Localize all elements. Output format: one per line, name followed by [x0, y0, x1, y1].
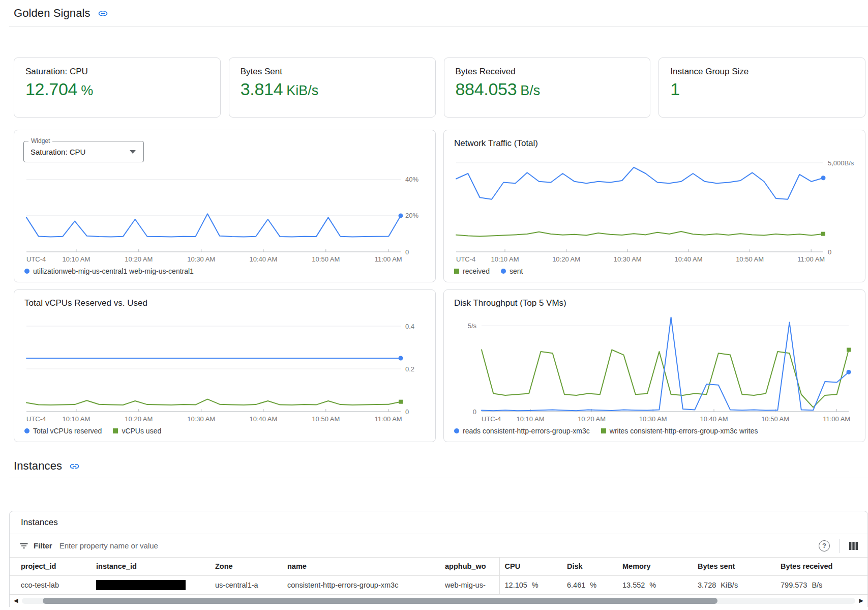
- disk-throughput-chart[interactable]: 5/s0UTC-410:10 AM10:20 AM10:30 AM10:40 A…: [452, 308, 857, 425]
- cell-bytes-sent: 3.728KiB/s: [693, 575, 775, 594]
- cell-zone: us-central1-a: [210, 575, 282, 594]
- hscroll-left-arrow[interactable]: ◀: [14, 598, 18, 603]
- legend-dot-marker: [454, 428, 459, 433]
- svg-text:10:40 AM: 10:40 AM: [675, 255, 703, 263]
- svg-text:10:40 AM: 10:40 AM: [249, 255, 277, 263]
- column-header-bytes-sent[interactable]: Bytes sent: [693, 558, 775, 575]
- legend-square-marker: [454, 269, 459, 274]
- svg-text:20%: 20%: [405, 212, 418, 219]
- charts-row-1: Widget Saturation: CPU 40%20%0UTC-410:10…: [14, 130, 865, 282]
- help-icon[interactable]: ?: [819, 540, 830, 551]
- legend-item[interactable]: utilizationweb-mig-us-central1 web-mig-u…: [24, 267, 194, 275]
- vcpus-chart[interactable]: 0.40.20UTC-410:10 AM10:20 AM10:30 AM10:4…: [22, 308, 427, 425]
- column-display-icon[interactable]: [849, 541, 858, 550]
- divider: [839, 539, 840, 553]
- instances-table: project_id instance_id Zone name apphub_…: [10, 558, 867, 595]
- table-row[interactable]: cco-test-lab us-central1-a consistent-ht…: [10, 575, 867, 594]
- svg-text:10:10 AM: 10:10 AM: [491, 255, 519, 263]
- column-header-memory[interactable]: Memory: [617, 558, 693, 575]
- svg-text:11:00 AM: 11:00 AM: [375, 255, 402, 263]
- scorecard-label: Bytes Sent: [241, 67, 424, 77]
- saturation-cpu-chart[interactable]: 40%20%0UTC-410:10 AM10:20 AM10:30 AM10:4…: [22, 163, 427, 265]
- section-link-icon[interactable]: [98, 8, 108, 19]
- column-header-disk[interactable]: Disk: [562, 558, 617, 575]
- filter-input[interactable]: [59, 541, 819, 550]
- scorecards-row: Saturation: CPU 12.704 % Bytes Sent 3.81…: [14, 57, 865, 118]
- chart-card-vcpus: Total vCPUs Reserved vs. Used 0.40.20UTC…: [14, 289, 436, 442]
- scorecard-instance-group-size: Instance Group Size 1: [659, 57, 865, 118]
- scorecard-bytes-received: Bytes Received 884.053 B/s: [444, 57, 651, 118]
- svg-text:10:10 AM: 10:10 AM: [517, 415, 545, 423]
- legend-item[interactable]: Total vCPUs reserved: [24, 427, 102, 435]
- golden-signals-header: Golden Signals: [9, 0, 868, 26]
- legend-label: sent: [510, 267, 523, 275]
- cell-instance-id: [91, 575, 210, 594]
- cell-apphub: web-mig-us-: [440, 575, 499, 594]
- table-header-row: project_id instance_id Zone name apphub_…: [10, 558, 867, 575]
- column-header-zone[interactable]: Zone: [210, 558, 282, 575]
- column-header-apphub[interactable]: apphub_wo: [440, 558, 499, 575]
- svg-text:40%: 40%: [405, 176, 418, 183]
- column-header-name[interactable]: name: [282, 558, 440, 575]
- legend-item[interactable]: writes consistent-http-errors-group-xm3c…: [601, 427, 758, 435]
- svg-text:5,000B/s: 5,000B/s: [828, 159, 854, 167]
- svg-text:10:10 AM: 10:10 AM: [62, 415, 90, 423]
- filter-label[interactable]: Filter: [34, 541, 52, 550]
- chart-title: Total vCPUs Reserved vs. Used: [24, 298, 427, 308]
- svg-text:UTC-4: UTC-4: [26, 415, 46, 423]
- instances-table-title: Instances: [10, 511, 867, 534]
- cell-cpu: 12.105%: [499, 575, 562, 594]
- svg-text:10:30 AM: 10:30 AM: [639, 415, 667, 423]
- svg-text:11:00 AM: 11:00 AM: [823, 415, 850, 423]
- legend-item[interactable]: sent: [501, 267, 523, 275]
- svg-text:0: 0: [405, 248, 409, 256]
- chart-card-saturation-cpu: Widget Saturation: CPU 40%20%0UTC-410:10…: [14, 130, 436, 282]
- hscroll-bar[interactable]: [22, 598, 855, 604]
- scorecard-unit: %: [81, 83, 93, 99]
- chart-card-network-traffic: Network Traffic (Total) 5,000B/s0UTC-410…: [443, 130, 865, 282]
- scorecard-label: Bytes Received: [456, 67, 639, 77]
- svg-text:UTC-4: UTC-4: [482, 415, 501, 423]
- column-header-cpu[interactable]: CPU: [499, 558, 562, 575]
- widget-select-value: Saturation: CPU: [31, 148, 130, 156]
- column-header-bytes-received[interactable]: Bytes received: [775, 558, 867, 575]
- legend-dot-marker: [24, 269, 29, 274]
- svg-text:10:20 AM: 10:20 AM: [125, 415, 153, 423]
- filter-icon[interactable]: [19, 541, 29, 551]
- svg-text:0: 0: [473, 408, 476, 416]
- legend-item[interactable]: received: [454, 267, 490, 275]
- widget-select[interactable]: Widget Saturation: CPU: [23, 141, 144, 162]
- legend-label: Total vCPUs reserved: [33, 427, 102, 435]
- cell-bytes-received: 799.573B/s: [775, 575, 867, 594]
- hscroll-right-arrow[interactable]: ▶: [859, 598, 863, 603]
- section-link-icon[interactable]: [69, 461, 80, 472]
- widget-select-label: Widget: [28, 137, 52, 144]
- scorecard-value: 884.053: [456, 79, 517, 99]
- svg-text:11:00 AM: 11:00 AM: [375, 415, 402, 423]
- network-traffic-chart[interactable]: 5,000B/s0UTC-410:10 AM10:20 AM10:30 AM10…: [452, 149, 857, 265]
- scorecard-value: 1: [670, 79, 680, 99]
- column-header-instance-id[interactable]: instance_id: [91, 558, 210, 575]
- legend-label: utilizationweb-mig-us-central1 web-mig-u…: [33, 267, 194, 275]
- svg-text:0: 0: [828, 248, 831, 256]
- legend-item[interactable]: vCPUs used: [113, 427, 161, 435]
- scorecard-saturation-cpu: Saturation: CPU 12.704 %: [14, 57, 221, 118]
- vcpus-legend: Total vCPUs reservedvCPUs used: [24, 425, 427, 437]
- charts-row-2: Total vCPUs Reserved vs. Used 0.40.20UTC…: [14, 289, 865, 442]
- instances-header: Instances: [9, 456, 868, 478]
- svg-text:10:10 AM: 10:10 AM: [62, 255, 90, 263]
- cell-disk: 6.461%: [562, 575, 617, 594]
- hscroll-track: ◀ ▶: [10, 595, 867, 607]
- svg-text:10:40 AM: 10:40 AM: [700, 415, 728, 423]
- legend-item[interactable]: reads consistent-http-errors-group-xm3c: [454, 427, 590, 435]
- scorecard-label: Instance Group Size: [670, 67, 854, 77]
- legend-label: received: [463, 267, 490, 275]
- instances-title: Instances: [14, 459, 62, 473]
- chart-title: Disk Throughput (Top 5 VMs): [454, 298, 857, 308]
- instances-table-card: Instances Filter ? project_id instance_i…: [9, 511, 868, 607]
- cell-name: consistent-http-errors-group-xm3c: [282, 575, 440, 594]
- column-header-project-id[interactable]: project_id: [10, 558, 91, 575]
- svg-text:10:50 AM: 10:50 AM: [312, 255, 340, 263]
- svg-text:5/s: 5/s: [468, 322, 477, 330]
- hscroll-thumb[interactable]: [43, 598, 717, 604]
